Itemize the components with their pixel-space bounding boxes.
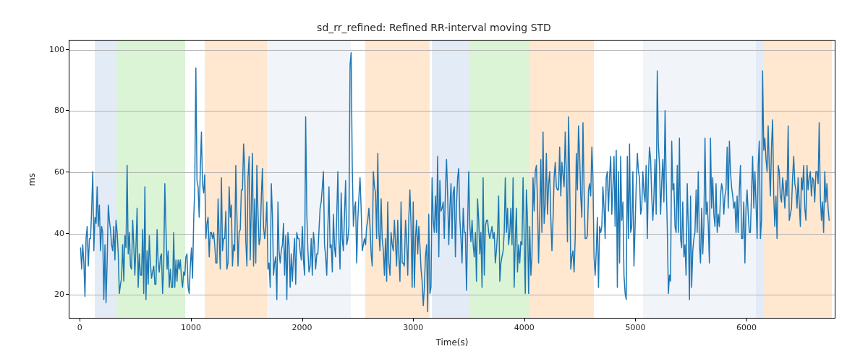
x-tick-mark xyxy=(302,319,303,321)
plot-area xyxy=(69,40,835,319)
x-tick-mark xyxy=(80,319,80,321)
y-axis-label: ms xyxy=(27,173,37,186)
x-tick-mark xyxy=(191,319,192,321)
x-tick-mark xyxy=(413,319,414,321)
y-tick-mark xyxy=(66,49,69,50)
y-tick-mark xyxy=(66,172,69,172)
x-tick-mark xyxy=(635,319,636,321)
axes: ms Time(s) 20406080100010002000300040005… xyxy=(69,40,835,319)
y-tick-mark xyxy=(66,233,69,234)
figure: sd_rr_refined: Refined RR-interval movin… xyxy=(0,0,868,362)
y-tick-mark xyxy=(66,110,69,111)
x-tick-mark xyxy=(524,319,525,321)
line-series xyxy=(69,41,835,318)
y-tick-mark xyxy=(66,294,69,295)
x-axis-label: Time(s) xyxy=(69,337,835,348)
chart-title: sd_rr_refined: Refined RR-interval movin… xyxy=(0,22,868,33)
x-tick-mark xyxy=(746,319,747,321)
